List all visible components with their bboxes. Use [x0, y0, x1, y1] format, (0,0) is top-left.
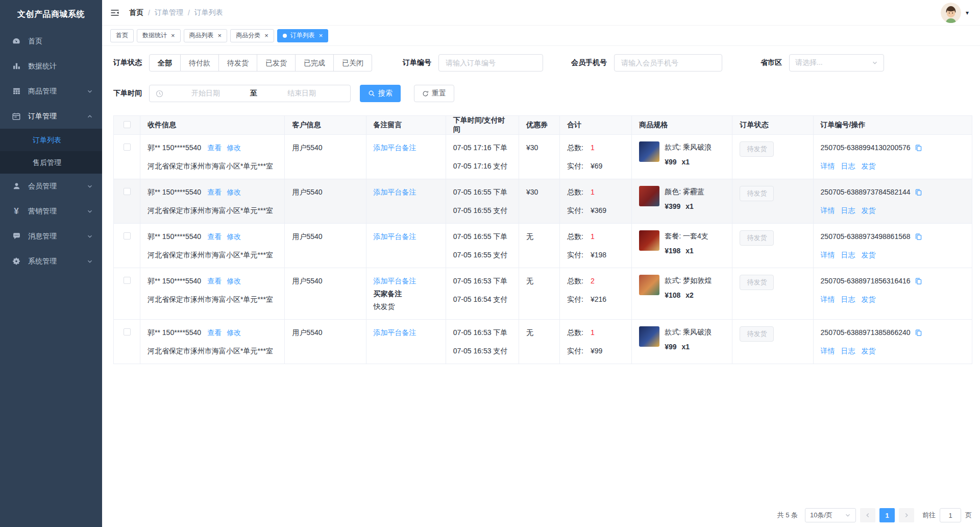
detail-link[interactable]: 详情 — [821, 206, 835, 214]
reset-button[interactable]: 重置 — [414, 85, 454, 102]
view-link[interactable]: 查看 — [207, 328, 222, 337]
status-option-1[interactable]: 待付款 — [181, 54, 219, 71]
close-icon[interactable]: × — [218, 32, 222, 39]
status-option-3[interactable]: 已发货 — [257, 54, 296, 71]
breadcrumb-separator: / — [148, 9, 150, 17]
copy-icon[interactable] — [915, 277, 922, 285]
log-link[interactable]: 日志 — [841, 206, 855, 214]
sidebar-item-7[interactable]: 系统管理 — [0, 249, 102, 274]
prev-page-button[interactable] — [860, 508, 875, 522]
edit-link[interactable]: 修改 — [227, 277, 241, 285]
end-date-placeholder[interactable]: 结束日期 — [259, 89, 344, 98]
goto-page-input[interactable] — [940, 508, 961, 522]
detail-link[interactable]: 详情 — [821, 162, 835, 170]
sidebar-item-0[interactable]: 首页 — [0, 29, 102, 54]
row-checkbox[interactable] — [124, 277, 131, 284]
gear-icon — [11, 257, 21, 266]
sidebar-item-2[interactable]: 商品管理 — [0, 79, 102, 104]
status-option-5[interactable]: 已关闭 — [334, 54, 372, 71]
detail-link[interactable]: 详情 — [821, 251, 835, 259]
log-link[interactable]: 日志 — [841, 347, 855, 355]
edit-link[interactable]: 修改 — [227, 188, 241, 196]
product-thumbnail[interactable] — [639, 326, 659, 347]
add-note-link[interactable]: 添加平台备注 — [374, 232, 416, 241]
close-icon[interactable]: × — [171, 32, 175, 39]
sidebar-subitem-0[interactable]: 订单列表 — [0, 129, 102, 151]
ship-link[interactable]: 发货 — [862, 251, 876, 259]
detail-link[interactable]: 详情 — [821, 295, 835, 303]
region-select[interactable]: 请选择... — [789, 54, 884, 71]
tab-2[interactable]: 商品列表× — [184, 29, 228, 42]
ship-link[interactable]: 发货 — [862, 162, 876, 170]
close-icon[interactable]: × — [264, 32, 268, 39]
edit-link[interactable]: 修改 — [227, 232, 241, 241]
select-all-checkbox[interactable] — [124, 121, 131, 128]
start-date-placeholder[interactable]: 开始日期 — [163, 89, 248, 98]
receiver-line: 郭** 150****5540查看修改 — [148, 186, 277, 198]
view-link[interactable]: 查看 — [207, 232, 222, 241]
date-range-picker[interactable]: 开始日期 至 结束日期 — [149, 85, 351, 102]
tab-4[interactable]: 订单列表× — [277, 29, 329, 42]
status-option-2[interactable]: 待发货 — [219, 54, 257, 71]
product-thumbnail[interactable] — [639, 230, 659, 251]
breadcrumb-item-1[interactable]: 订单管理 — [155, 8, 183, 17]
status-option-4[interactable]: 已完成 — [296, 54, 334, 71]
next-page-button[interactable] — [899, 508, 914, 522]
view-link[interactable]: 查看 — [207, 277, 222, 285]
copy-icon[interactable] — [915, 329, 922, 337]
sidebar-subitem-1[interactable]: 售后管理 — [0, 151, 102, 174]
row-checkbox[interactable] — [124, 143, 131, 151]
edit-link[interactable]: 修改 — [227, 328, 241, 337]
status-option-0[interactable]: 全部 — [149, 54, 181, 71]
ship-link[interactable]: 发货 — [862, 206, 876, 214]
chevron-down-icon[interactable]: ▾ — [966, 9, 969, 16]
log-link[interactable]: 日志 — [841, 295, 855, 303]
order-time: 07-05 16:55 下单 — [453, 186, 511, 198]
copy-icon[interactable] — [915, 144, 922, 152]
ship-link[interactable]: 发货 — [862, 347, 876, 355]
menu-fold-icon[interactable] — [110, 8, 120, 18]
row-checkbox[interactable] — [124, 232, 131, 239]
detail-link[interactable]: 详情 — [821, 347, 835, 355]
total-count-value: 2 — [591, 277, 595, 285]
view-link[interactable]: 查看 — [207, 143, 222, 152]
search-button[interactable]: 搜索 — [360, 85, 401, 102]
sidebar-item-5[interactable]: ¥营销管理 — [0, 199, 102, 224]
ship-link[interactable]: 发货 — [862, 295, 876, 303]
tab-0[interactable]: 首页 — [110, 29, 134, 42]
row-checkbox[interactable] — [124, 188, 131, 195]
cell-time: 07-05 16:55 下单07-05 16:55 支付 — [446, 224, 519, 268]
product-thumbnail[interactable] — [639, 141, 659, 162]
tab-1[interactable]: 数据统计× — [137, 29, 181, 42]
add-note-link[interactable]: 添加平台备注 — [374, 328, 416, 337]
select-all-header — [114, 116, 140, 135]
view-link[interactable]: 查看 — [207, 188, 222, 196]
tab-3[interactable]: 商品分类× — [230, 29, 274, 42]
add-note-link[interactable]: 添加平台备注 — [374, 143, 416, 152]
bar-chart-icon — [11, 62, 21, 70]
phone-input[interactable] — [614, 54, 722, 71]
sidebar-item-4[interactable]: 会员管理 — [0, 174, 102, 199]
close-icon[interactable]: × — [319, 32, 323, 39]
sidebar-item-6[interactable]: 消息管理 — [0, 224, 102, 249]
avatar[interactable] — [941, 3, 961, 23]
product-thumbnail[interactable] — [639, 186, 659, 206]
copy-icon[interactable] — [915, 233, 922, 241]
add-note-link[interactable]: 添加平台备注 — [374, 277, 416, 285]
page-number-button[interactable]: 1 — [879, 508, 895, 522]
order-no-input[interactable] — [438, 54, 543, 71]
row-checkbox[interactable] — [124, 328, 131, 336]
log-link[interactable]: 日志 — [841, 251, 855, 259]
sidebar-item-3[interactable]: 订单管理 — [0, 104, 102, 129]
total-count-value: 1 — [591, 232, 595, 241]
cell-note: 添加平台备注 — [366, 320, 446, 364]
sidebar-item-1[interactable]: 数据统计 — [0, 54, 102, 79]
page-size-select[interactable]: 10条/页 — [805, 508, 856, 522]
product-thumbnail[interactable] — [639, 275, 659, 295]
add-note-link[interactable]: 添加平台备注 — [374, 188, 416, 196]
coupon-value: 无 — [526, 275, 552, 287]
edit-link[interactable]: 修改 — [227, 143, 241, 152]
breadcrumb-item-0[interactable]: 首页 — [129, 8, 143, 17]
log-link[interactable]: 日志 — [841, 162, 855, 170]
copy-icon[interactable] — [915, 188, 922, 196]
